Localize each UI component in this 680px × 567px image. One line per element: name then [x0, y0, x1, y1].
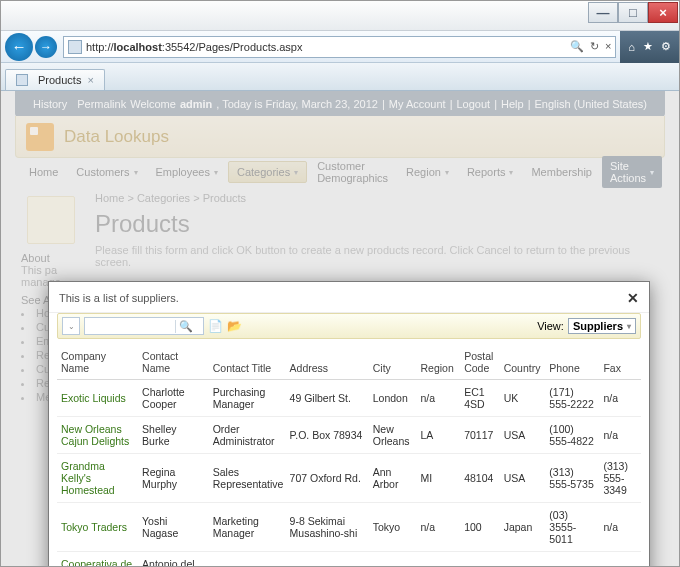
grid-cell-address: 9-8 Sekimai Musashino-shi	[286, 503, 369, 552]
grid-cell-postal: 70117	[460, 417, 499, 454]
col-address[interactable]: Address	[286, 345, 369, 380]
grid-cell-postal: 100	[460, 503, 499, 552]
modal-title: This is a list of suppliers.	[59, 292, 179, 304]
grid-row[interactable]: Exotic LiquidsCharlotte CooperPurchasing…	[57, 380, 641, 417]
grid-cell-company: Cooperativa de Quesos 'Las Cabras'	[57, 552, 138, 568]
grid-cell-fax: n/a	[599, 380, 641, 417]
grid-cell-contact: Yoshi Nagase	[138, 503, 209, 552]
grid-cell-address: Calle del Rosal 4	[286, 552, 369, 568]
grid-cell-phone: (100) 555-4822	[545, 417, 599, 454]
tab-favicon	[16, 74, 28, 86]
grid-cell-address: 49 Gilbert St.	[286, 380, 369, 417]
grid-cell-title: Order Administrator	[209, 417, 286, 454]
tab-close-icon[interactable]: ×	[87, 74, 93, 86]
grid-cell-postal: EC1 4SD	[460, 380, 499, 417]
grid-cell-region: n/a	[417, 380, 461, 417]
grid-cell-title: Export Administrator	[209, 552, 286, 568]
url-text: http://localhost:35542/Pages/Products.as…	[86, 41, 570, 53]
home-icon[interactable]: ⌂	[628, 41, 635, 53]
address-bar[interactable]: http://localhost:35542/Pages/Products.as…	[63, 36, 616, 58]
filter-dropdown[interactable]: ⌄	[62, 317, 80, 335]
browser-tabstrip: Products ×	[1, 63, 679, 91]
grid-cell-region: LA	[417, 417, 461, 454]
forward-button[interactable]: →	[35, 36, 57, 58]
grid-cell-fax: n/a	[599, 503, 641, 552]
col-city[interactable]: City	[369, 345, 417, 380]
grid-row[interactable]: Cooperativa de Quesos 'Las Cabras'Antoni…	[57, 552, 641, 568]
grid-cell-contact: Charlotte Cooper	[138, 380, 209, 417]
window-titlebar: — □ ×	[1, 1, 679, 31]
suppliers-grid: Company Name Contact Name Contact Title …	[57, 345, 641, 567]
grid-cell-postal: 48104	[460, 454, 499, 503]
back-button[interactable]: ←	[5, 33, 33, 61]
grid-cell-phone: (313) 555-5735	[545, 454, 599, 503]
new-record-icon[interactable]: 📄	[208, 319, 223, 333]
grid-cell-country: USA	[500, 454, 546, 503]
grid-cell-city: Oviedo	[369, 552, 417, 568]
col-title[interactable]: Contact Title	[209, 345, 286, 380]
grid-cell-company: New Orleans Cajun Delights	[57, 417, 138, 454]
col-contact[interactable]: Contact Name	[138, 345, 209, 380]
grid-header-row: Company Name Contact Name Contact Title …	[57, 345, 641, 380]
grid-cell-company: Grandma Kelly's Homestead	[57, 454, 138, 503]
grid-cell-city: Tokyo	[369, 503, 417, 552]
search-icon[interactable]: 🔍	[570, 40, 584, 53]
grid-cell-company: Exotic Liquids	[57, 380, 138, 417]
col-region[interactable]: Region	[417, 345, 461, 380]
grid-cell-city: London	[369, 380, 417, 417]
stop-icon[interactable]: ×	[605, 40, 611, 53]
grid-cell-fax: n/a	[599, 417, 641, 454]
grid-cell-country: UK	[500, 380, 546, 417]
grid-row[interactable]: Grandma Kelly's HomesteadRegina MurphySa…	[57, 454, 641, 503]
window-close-button[interactable]: ×	[648, 2, 678, 23]
tab-title: Products	[38, 74, 81, 86]
col-phone[interactable]: Phone	[545, 345, 599, 380]
page-viewport: History Permalink Welcome admin , Today …	[1, 91, 679, 567]
refresh-icon[interactable]: ↻	[590, 40, 599, 53]
modal-close-button[interactable]: ✕	[627, 290, 639, 306]
browser-navbar: ← → http://localhost:35542/Pages/Product…	[1, 31, 679, 63]
grid-cell-phone: (03) 3555-5011	[545, 503, 599, 552]
col-postal[interactable]: Postal Code	[460, 345, 499, 380]
grid-cell-address: P.O. Box 78934	[286, 417, 369, 454]
grid-cell-country: Spain	[500, 552, 546, 568]
grid-cell-postal: 33007	[460, 552, 499, 568]
grid-row[interactable]: New Orleans Cajun DelightsShelley BurkeO…	[57, 417, 641, 454]
search-input[interactable]	[85, 320, 175, 332]
modal-toolbar: ⌄ 🔍 📄 📂 View: Suppliers▾	[57, 313, 641, 339]
grid-cell-title: Purchasing Manager	[209, 380, 286, 417]
col-fax[interactable]: Fax	[599, 345, 641, 380]
grid-cell-contact: Shelley Burke	[138, 417, 209, 454]
grid-cell-region: n/a	[417, 503, 461, 552]
search-button[interactable]: 🔍	[175, 320, 195, 333]
open-folder-icon[interactable]: 📂	[227, 319, 242, 333]
view-selector[interactable]: Suppliers▾	[568, 318, 636, 334]
grid-row[interactable]: Tokyo TradersYoshi NagaseMarketing Manag…	[57, 503, 641, 552]
grid-cell-address: 707 Oxford Rd.	[286, 454, 369, 503]
grid-cell-contact: Regina Murphy	[138, 454, 209, 503]
view-label: View:	[537, 320, 564, 332]
grid-cell-country: Japan	[500, 503, 546, 552]
col-company[interactable]: Company Name	[57, 345, 138, 380]
grid-cell-region: MI	[417, 454, 461, 503]
grid-cell-city: Ann Arbor	[369, 454, 417, 503]
grid-cell-region: Asturias	[417, 552, 461, 568]
grid-cell-fax: n/a	[599, 552, 641, 568]
search-box[interactable]: 🔍	[84, 317, 204, 335]
favorites-icon[interactable]: ★	[643, 40, 653, 53]
grid-cell-title: Sales Representative	[209, 454, 286, 503]
grid-cell-country: USA	[500, 417, 546, 454]
suppliers-lookup-modal: This is a list of suppliers. ✕ ⌄ 🔍 📄 📂 V…	[48, 281, 650, 567]
grid-cell-title: Marketing Manager	[209, 503, 286, 552]
grid-cell-phone: (98) 598 76 54	[545, 552, 599, 568]
page-icon	[68, 40, 82, 54]
window-maximize-button[interactable]: □	[618, 2, 648, 23]
grid-cell-city: New Orleans	[369, 417, 417, 454]
grid-cell-contact: Antonio del Valle Saavedra	[138, 552, 209, 568]
grid-cell-company: Tokyo Traders	[57, 503, 138, 552]
grid-cell-phone: (171) 555-2222	[545, 380, 599, 417]
browser-tab-products[interactable]: Products ×	[5, 69, 105, 90]
tools-icon[interactable]: ⚙	[661, 40, 671, 53]
window-minimize-button[interactable]: —	[588, 2, 618, 23]
col-country[interactable]: Country	[500, 345, 546, 380]
